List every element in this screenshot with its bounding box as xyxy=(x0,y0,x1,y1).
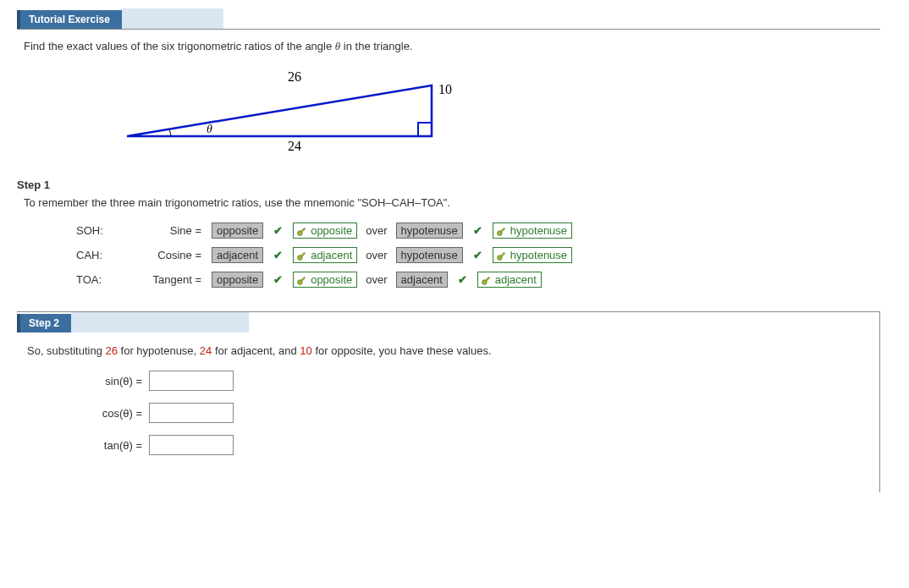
prompt-after: in the triangle. xyxy=(340,40,412,52)
over-text: over xyxy=(366,273,387,286)
triangle-hypotenuse-label: 26 xyxy=(288,69,301,84)
step2-box: Step 2 So, substituting 26 for hypotenus… xyxy=(17,311,880,492)
key-icon xyxy=(296,274,308,286)
check-icon: ✔ xyxy=(473,249,482,261)
t: for opposite, you have these values. xyxy=(312,344,492,357)
key-text: adjacent xyxy=(495,273,537,286)
sub-adj: 24 xyxy=(200,344,212,357)
answer-box-numerator[interactable]: opposite xyxy=(212,272,263,288)
ratio-eq: Tangent = xyxy=(134,273,201,286)
tutorial-header: Tutorial Exercise xyxy=(17,8,880,30)
step2-text: So, substituting 26 for hypotenuse, 24 f… xyxy=(27,344,869,357)
ratio-row-cah: CAH: Cosine = adjacent ✔ adjacent over h… xyxy=(76,247,880,263)
check-icon: ✔ xyxy=(273,273,283,286)
key-icon xyxy=(296,225,308,237)
key-box-denominator[interactable]: adjacent xyxy=(477,272,542,288)
svg-rect-9 xyxy=(500,252,505,257)
check-icon: ✔ xyxy=(273,224,283,237)
triangle-adjacent-label: 24 xyxy=(288,139,301,153)
key-icon xyxy=(481,274,493,286)
ratio-row-toa: TOA: Tangent = opposite ✔ opposite over … xyxy=(76,272,880,288)
ratio-table: SOH: Sine = opposite ✔ opposite over hyp… xyxy=(76,223,880,288)
step2-equations: sin(θ) = cos(θ) = tan(θ) = xyxy=(78,371,869,455)
exercise-prompt: Find the exact values of the six trigono… xyxy=(24,40,880,53)
answer-box-denominator[interactable]: hypotenuse xyxy=(396,247,463,263)
answer-box-denominator[interactable]: adjacent xyxy=(396,272,448,288)
header-spacer xyxy=(122,8,223,29)
check-icon: ✔ xyxy=(458,273,467,286)
cos-input[interactable] xyxy=(149,403,234,423)
key-box-denominator[interactable]: hypotenuse xyxy=(493,223,572,239)
sub-opp: 10 xyxy=(300,344,311,357)
tan-input[interactable] xyxy=(149,435,234,455)
prompt-before: Find the exact values of the six trigono… xyxy=(24,40,335,52)
step2-header: Step 2 xyxy=(17,312,879,332)
eq-row-cos: cos(θ) = xyxy=(78,403,869,423)
answer-box-numerator[interactable]: adjacent xyxy=(212,247,263,263)
eq-row-tan: tan(θ) = xyxy=(78,435,869,455)
sub-hyp: 26 xyxy=(106,344,118,357)
svg-rect-3 xyxy=(300,228,306,233)
eq-label: cos(θ) = xyxy=(78,407,142,420)
t: So, substituting xyxy=(27,344,106,357)
key-text: opposite xyxy=(311,273,352,286)
triangle-svg: 26 24 10 θ xyxy=(118,69,474,153)
answer-box-denominator[interactable]: hypotenuse xyxy=(396,223,463,239)
over-text: over xyxy=(366,249,387,261)
ratio-label: SOH: xyxy=(76,224,127,237)
over-text: over xyxy=(366,224,387,237)
key-box-numerator[interactable]: opposite xyxy=(293,272,357,288)
key-text: adjacent xyxy=(311,249,352,261)
check-icon: ✔ xyxy=(273,249,283,261)
key-box-numerator[interactable]: opposite xyxy=(293,223,357,239)
eq-row-sin: sin(θ) = xyxy=(78,371,869,391)
eq-label: sin(θ) = xyxy=(78,375,142,387)
ratio-label: TOA: xyxy=(76,273,127,286)
key-box-numerator[interactable]: adjacent xyxy=(293,247,357,263)
triangle-opposite-label: 10 xyxy=(438,82,452,96)
check-icon: ✔ xyxy=(473,224,482,237)
key-icon xyxy=(496,225,508,237)
key-text: opposite xyxy=(311,224,352,237)
answer-box-numerator[interactable]: opposite xyxy=(212,223,263,239)
svg-rect-11 xyxy=(300,277,306,282)
svg-rect-13 xyxy=(485,277,490,282)
step2-spacer xyxy=(71,312,249,332)
sin-input[interactable] xyxy=(149,371,234,391)
key-icon xyxy=(296,250,308,261)
step1-title: Step 1 xyxy=(17,179,880,191)
svg-rect-7 xyxy=(300,252,306,257)
ratio-eq: Cosine = xyxy=(134,249,201,261)
t: for adjacent, and xyxy=(212,344,300,357)
key-text: hypotenuse xyxy=(510,249,567,261)
ratio-label: CAH: xyxy=(76,249,127,261)
step1-desc: To remember the three main trigonometric… xyxy=(24,196,880,209)
svg-rect-5 xyxy=(500,228,505,233)
step2-tab: Step 2 xyxy=(17,314,71,332)
ratio-eq: Sine = xyxy=(134,224,201,237)
key-box-denominator[interactable]: hypotenuse xyxy=(493,247,572,263)
key-icon xyxy=(496,250,508,261)
t: for hypotenuse, xyxy=(118,344,200,357)
tutorial-header-tab: Tutorial Exercise xyxy=(17,10,122,29)
key-text: hypotenuse xyxy=(510,224,567,237)
svg-rect-1 xyxy=(418,123,432,136)
ratio-row-soh: SOH: Sine = opposite ✔ opposite over hyp… xyxy=(76,223,880,239)
triangle-figure: 26 24 10 θ xyxy=(118,69,880,153)
svg-marker-0 xyxy=(127,85,432,136)
triangle-angle-label: θ xyxy=(207,123,212,135)
eq-label: tan(θ) = xyxy=(78,439,142,452)
